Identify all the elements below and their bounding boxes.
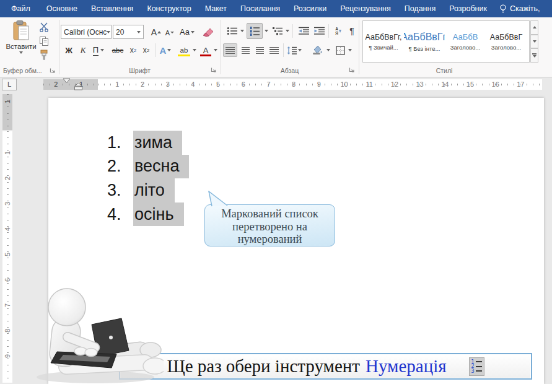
- format-painter-button[interactable]: [39, 50, 53, 61]
- tab-file[interactable]: Файл: [2, 0, 40, 17]
- list-text-selected: осінь: [133, 203, 184, 227]
- ruler-text-area: 1234567891011121314151617: [98, 79, 542, 90]
- highlight-dropdown-arrow[interactable]: [193, 49, 196, 51]
- tab-selector[interactable]: L: [2, 79, 17, 90]
- align-left-button[interactable]: [223, 43, 237, 57]
- horizontal-ruler[interactable]: L 21 1234567891011121314151617: [0, 77, 552, 92]
- font-size-combo[interactable]: 20: [113, 25, 144, 39]
- instruction-banner[interactable]: Ще раз обери інструментНумерація 123: [119, 353, 532, 380]
- increase-indent-button[interactable]: [312, 24, 326, 38]
- align-right-button[interactable]: [253, 43, 267, 57]
- paste-button[interactable]: Вставити: [4, 20, 38, 64]
- list-item[interactable]: 1.зима: [107, 131, 189, 155]
- multilevel-dropdown-arrow[interactable]: [286, 30, 289, 32]
- bullets-dropdown-arrow[interactable]: [240, 30, 244, 32]
- clipboard-dialog-launcher[interactable]: [50, 68, 56, 74]
- ribbon-tab[interactable]: Рецензування: [333, 0, 397, 17]
- copy-button[interactable]: [39, 36, 53, 48]
- list-item[interactable]: 3.літо: [107, 178, 189, 203]
- ribbon-tab[interactable]: Макет: [198, 0, 234, 17]
- strikethrough-glyph: abc: [112, 46, 124, 54]
- style-item[interactable]: АаБбВвГг,¶ Без інте...: [404, 21, 445, 62]
- strikethrough-button[interactable]: abc: [109, 42, 126, 58]
- ruler-number: 4: [180, 79, 206, 90]
- numbering-tool-icon: 123: [469, 357, 484, 376]
- ruler-number: 14: [432, 79, 458, 90]
- vertical-ruler[interactable]: 123456789: [2, 131, 12, 383]
- styles-scroll-down[interactable]: [530, 35, 538, 49]
- multilevel-list-button[interactable]: [270, 24, 285, 38]
- grow-font-button[interactable]: A: [149, 25, 163, 39]
- ruler-number: 1: [2, 100, 12, 103]
- numbering-dropdown-arrow[interactable]: [265, 30, 268, 32]
- styles-more-button[interactable]: [530, 48, 538, 63]
- paste-dropdown-arrow: [19, 51, 23, 54]
- highlight-color-button[interactable]: ab: [176, 42, 192, 58]
- sort-letter-top: А: [335, 27, 338, 31]
- ribbon-tab[interactable]: Посилання: [234, 0, 287, 17]
- ribbon-tab[interactable]: Розсилки: [287, 0, 333, 17]
- decrease-indent-button[interactable]: [296, 24, 311, 38]
- justify-button[interactable]: [267, 43, 281, 57]
- underline-button[interactable]: П: [90, 42, 107, 58]
- shading-dropdown-arrow[interactable]: [326, 49, 330, 51]
- italic-button[interactable]: К: [77, 42, 89, 58]
- italic-glyph: К: [81, 45, 86, 55]
- scissors-icon: [39, 22, 50, 32]
- tell-me[interactable]: Скажіть,: [494, 0, 546, 17]
- ribbon-tab[interactable]: Конструктор: [140, 0, 198, 17]
- bullets-button[interactable]: [225, 24, 240, 38]
- subscript-button[interactable]: x2: [127, 42, 139, 58]
- callout-bubble[interactable]: Маркований список перетворено на нумеров…: [204, 204, 335, 246]
- callout-line: Маркований список: [205, 207, 335, 220]
- sort-button[interactable]: АЯ: [331, 24, 346, 38]
- show-marks-button[interactable]: ¶: [346, 24, 358, 38]
- ribbon-tab[interactable]: Вставлення: [84, 0, 140, 17]
- more-line-icon: [532, 53, 537, 54]
- text-effects-button[interactable]: А: [157, 42, 174, 58]
- ruler-number: 1: [2, 141, 12, 166]
- list-item[interactable]: 2.весна: [107, 155, 189, 179]
- hanging-indent-marker[interactable]: [74, 83, 83, 90]
- borders-button[interactable]: [333, 43, 348, 57]
- font-dialog-launcher[interactable]: [211, 67, 217, 73]
- ruler-number: 8: [2, 318, 12, 343]
- bullet-list-icon: [227, 27, 238, 35]
- borders-dropdown-arrow[interactable]: [348, 49, 352, 51]
- vertical-ruler-margin[interactable]: 1: [2, 94, 12, 130]
- tell-me-label: Скажіть,: [510, 4, 540, 13]
- ribbon-tab[interactable]: Основне: [40, 0, 84, 17]
- list-item[interactable]: 4.осінь: [107, 203, 189, 227]
- paste-label: Вставити: [6, 43, 36, 50]
- style-item[interactable]: АаБбВвГЗаголово...: [486, 21, 527, 62]
- superscript-button[interactable]: x2: [140, 42, 152, 58]
- paragraph-dialog-launcher[interactable]: [349, 67, 355, 73]
- styles-scroll-up[interactable]: [530, 20, 538, 35]
- change-case-button[interactable]: Aa: [178, 25, 196, 39]
- style-item[interactable]: АаБбВЗаголово...: [445, 21, 486, 62]
- align-center-button[interactable]: [239, 43, 253, 57]
- styles-group-label: Стилі: [359, 66, 530, 76]
- ruler-number: 9: [307, 79, 332, 90]
- ribbon-tab[interactable]: Розробник: [442, 0, 494, 17]
- line-spacing-button[interactable]: [286, 43, 303, 57]
- clear-formatting-button[interactable]: [201, 25, 216, 39]
- shading-button[interactable]: [309, 43, 325, 57]
- cut-button[interactable]: [39, 22, 53, 34]
- style-item[interactable]: АаБбВвГг,¶ Звичай...: [363, 21, 404, 62]
- styles-scrollbar: [530, 20, 538, 63]
- shrink-font-button[interactable]: A: [164, 26, 176, 39]
- decrease-indent-icon: [298, 27, 310, 35]
- banner-link[interactable]: Нумерація: [366, 356, 447, 376]
- font-size-value: 20: [116, 28, 124, 37]
- font-color-button[interactable]: А: [198, 42, 213, 58]
- font-color-dropdown-arrow[interactable]: [214, 49, 217, 51]
- down-arrow-icon: [533, 40, 537, 43]
- first-line-indent-marker[interactable]: [63, 78, 71, 84]
- numbering-button[interactable]: [247, 23, 263, 39]
- ribbon-tab[interactable]: Подання: [398, 0, 442, 17]
- account-name[interactable]: Казанцев...: [548, 0, 552, 17]
- bold-button[interactable]: Ж: [62, 42, 76, 58]
- style-name: ¶ Без інте...: [409, 45, 440, 52]
- font-name-combo[interactable]: Calibri (Оснс: [61, 25, 112, 39]
